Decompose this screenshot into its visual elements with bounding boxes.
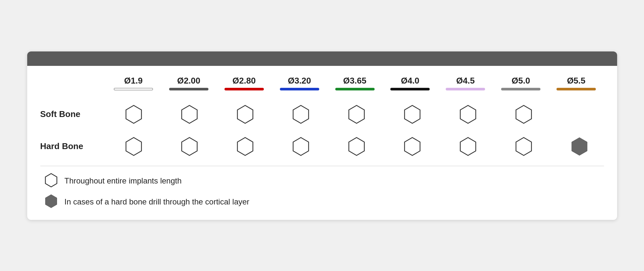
col-bar-d200: [169, 88, 208, 90]
svg-marker-10: [237, 137, 253, 155]
svg-marker-7: [516, 105, 531, 123]
svg-marker-11: [293, 137, 308, 155]
row-cells: [106, 104, 607, 125]
col-header-d200: Ø2.00: [161, 76, 216, 90]
legend-icon: [44, 194, 59, 210]
col-label-d200: Ø2.00: [177, 76, 200, 86]
col-label-d45: Ø4.5: [456, 76, 475, 86]
col-label-d365: Ø3.65: [343, 76, 366, 86]
row-cells: [106, 136, 607, 157]
col-bar-d40: [390, 88, 430, 90]
svg-marker-3: [293, 105, 308, 123]
main-card: Ø1.9 Ø2.00 Ø2.80 Ø3.20 Ø3.65 Ø4.0 Ø4.5 Ø…: [27, 51, 617, 220]
row-label: Hard Bone: [40, 141, 106, 151]
col-bar-d45: [446, 88, 485, 90]
legend-icon: [44, 173, 59, 189]
svg-marker-5: [404, 105, 420, 123]
col-label-d19: Ø1.9: [124, 76, 143, 86]
table-row: Soft Bone: [40, 98, 604, 130]
cell: [552, 104, 607, 125]
svg-marker-2: [237, 105, 253, 123]
svg-marker-9: [182, 137, 197, 155]
col-header-d55: Ø5.5: [549, 76, 604, 90]
col-label-d40: Ø4.0: [401, 76, 419, 86]
cell: [162, 136, 217, 157]
legend-item: In cases of a hard bone drill through th…: [44, 194, 601, 210]
col-label-d280: Ø2.80: [232, 76, 256, 86]
svg-marker-13: [404, 137, 420, 155]
col-bar-d19: [114, 88, 153, 90]
cell: [162, 104, 217, 125]
col-bar-d320: [280, 88, 319, 90]
col-header-d40: Ø4.0: [382, 76, 438, 90]
svg-marker-16: [572, 137, 587, 155]
col-label-d55: Ø5.5: [567, 76, 585, 86]
cell: [496, 104, 552, 125]
col-bar-d55: [556, 88, 596, 90]
svg-marker-8: [126, 137, 141, 155]
col-header-d280: Ø2.80: [216, 76, 272, 90]
svg-marker-4: [349, 105, 364, 123]
cell: [217, 136, 273, 157]
cell: [384, 136, 440, 157]
cell: [273, 136, 329, 157]
col-header-d19: Ø1.9: [106, 76, 161, 90]
col-bar-d50: [501, 88, 540, 90]
cell: [496, 136, 552, 157]
column-headers: Ø1.9 Ø2.00 Ø2.80 Ø3.20 Ø3.65 Ø4.0 Ø4.5 Ø…: [106, 76, 604, 90]
cell: [440, 104, 496, 125]
legend-item: Throughout entire implants length: [44, 173, 601, 189]
col-header-d365: Ø3.65: [327, 76, 382, 90]
cell: [273, 104, 329, 125]
cell: [329, 104, 384, 125]
body: Ø1.9 Ø2.00 Ø2.80 Ø3.20 Ø3.65 Ø4.0 Ø4.5 Ø…: [27, 66, 617, 220]
table-row: Hard Bone: [40, 130, 604, 163]
legend: Throughout entire implants length In cas…: [40, 173, 604, 210]
svg-marker-14: [460, 137, 476, 155]
row-label: Soft Bone: [40, 109, 106, 119]
col-bar-d365: [335, 88, 375, 90]
cell: [329, 136, 384, 157]
cell: [440, 136, 496, 157]
col-label-d320: Ø3.20: [288, 76, 311, 86]
col-header-d320: Ø3.20: [272, 76, 327, 90]
svg-marker-17: [45, 173, 57, 186]
svg-marker-12: [349, 137, 364, 155]
cell: [217, 104, 273, 125]
cell: [384, 104, 440, 125]
svg-marker-0: [126, 105, 141, 123]
svg-marker-6: [460, 105, 476, 123]
legend-text: In cases of a hard bone drill through th…: [65, 197, 249, 206]
cell: [106, 136, 162, 157]
cell: [106, 104, 162, 125]
col-header-d45: Ø4.5: [438, 76, 493, 90]
col-bar-d280: [224, 88, 264, 90]
legend-text: Throughout entire implants length: [65, 176, 182, 185]
svg-marker-1: [182, 105, 197, 123]
svg-marker-18: [45, 194, 57, 207]
data-rows: Soft Bone Hard Bone: [40, 98, 604, 163]
col-label-d50: Ø5.0: [512, 76, 530, 86]
header: [27, 51, 617, 66]
col-header-d50: Ø5.0: [493, 76, 549, 90]
divider: [40, 166, 604, 166]
svg-marker-15: [516, 137, 531, 155]
cell: [552, 136, 607, 157]
